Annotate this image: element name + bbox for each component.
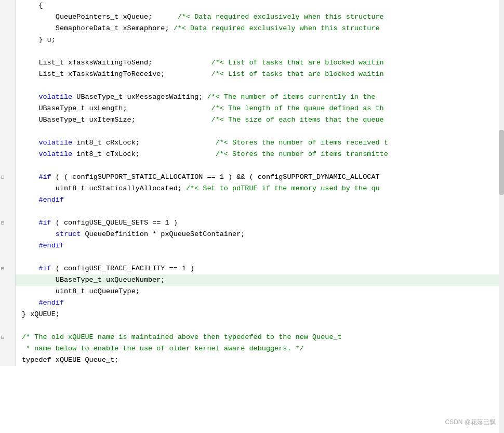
code-line: uint8_t ucStaticallyAllocated; /*< Set t… bbox=[0, 183, 504, 194]
code-line: SemaphoreData_t xSemaphore; /*< Data req… bbox=[0, 23, 504, 34]
code-token: /*< The size of each items that the queu… bbox=[211, 116, 384, 124]
line-content bbox=[16, 46, 504, 57]
line-gutter bbox=[0, 69, 16, 80]
line-gutter bbox=[0, 137, 16, 149]
code-token: /*< Set to pdTRUE if the memory used by … bbox=[186, 185, 380, 192]
code-line bbox=[0, 206, 504, 217]
code-line bbox=[0, 80, 504, 91]
code-token: /*< The length of the queue defined as t… bbox=[211, 104, 384, 112]
code-line: * name below to enable the use of older … bbox=[0, 343, 504, 355]
line-gutter bbox=[0, 0, 16, 11]
code-line: uint8_t ucQueueType; bbox=[0, 286, 504, 297]
line-content bbox=[16, 320, 504, 332]
line-content: volatile int8_t cRxLock; /*< Stores the … bbox=[16, 137, 504, 149]
line-content: SemaphoreData_t xSemaphore; /*< Data req… bbox=[16, 23, 504, 34]
line-content: UBaseType_t uxLength; /*< The length of … bbox=[16, 103, 504, 114]
line-content: * name below to enable the use of older … bbox=[16, 343, 504, 355]
scrollbar-right[interactable] bbox=[499, 0, 504, 433]
code-token: /* The old xQUEUE name is maintained abo… bbox=[22, 333, 342, 341]
line-gutter bbox=[0, 80, 16, 91]
code-line bbox=[0, 160, 504, 172]
code-token: volatile bbox=[38, 93, 72, 101]
line-content bbox=[16, 80, 504, 91]
code-token: #endif bbox=[38, 242, 64, 250]
fold-icon[interactable]: ⊟ bbox=[1, 332, 5, 343]
code-line: UBaseType_t uxLength; /*< The length of … bbox=[0, 103, 504, 114]
line-gutter bbox=[0, 240, 16, 252]
code-line: ⊟/* The old xQUEUE name is maintained ab… bbox=[0, 332, 504, 343]
line-content: #endif bbox=[16, 240, 504, 252]
code-container: { QueuePointers_t xQueue; /*< Data requi… bbox=[0, 0, 504, 433]
code-line: } xQUEUE; bbox=[0, 309, 504, 320]
code-line: UBaseType_t uxQueueNumber; bbox=[0, 274, 504, 286]
line-gutter bbox=[0, 34, 16, 46]
line-gutter bbox=[0, 355, 16, 366]
line-gutter bbox=[0, 206, 16, 217]
code-line: List_t xTasksWaitingToSend; /*< List of … bbox=[0, 57, 504, 69]
code-token: /*< List of tasks that are blocked waiti… bbox=[211, 70, 384, 78]
fold-icon[interactable]: ⊟ bbox=[1, 172, 5, 183]
code-line: struct QueueDefinition * pxQueueSetConta… bbox=[0, 229, 504, 240]
line-content: QueuePointers_t xQueue; /*< Data require… bbox=[16, 11, 504, 23]
line-gutter bbox=[0, 286, 16, 297]
line-content: UBaseType_t uxQueueNumber; bbox=[16, 274, 504, 286]
line-gutter: ⊟ bbox=[0, 172, 16, 183]
line-gutter bbox=[0, 114, 16, 126]
code-token: #endif bbox=[38, 196, 64, 204]
code-line: List_t xTasksWaitingToReceive; /*< List … bbox=[0, 69, 504, 80]
line-gutter: ⊟ bbox=[0, 217, 16, 229]
line-content: volatile int8_t cTxLock; /*< Stores the … bbox=[16, 149, 504, 160]
watermark: CSDN @花落已飘 bbox=[445, 418, 496, 427]
line-content: typedef xQUEUE Queue_t; bbox=[16, 355, 504, 366]
line-gutter bbox=[0, 183, 16, 194]
code-token: /*< List of tasks that are blocked waiti… bbox=[211, 59, 384, 67]
code-line: ⊟ #if ( configUSE_TRACE_FACILITY == 1 ) bbox=[0, 263, 504, 274]
line-content: UBaseType_t uxItemSize; /*< The size of … bbox=[16, 114, 504, 126]
line-gutter bbox=[0, 23, 16, 34]
code-line: volatile UBaseType_t uxMessagesWaiting; … bbox=[0, 91, 504, 103]
line-gutter bbox=[0, 160, 16, 172]
code-line: UBaseType_t uxItemSize; /*< The size of … bbox=[0, 114, 504, 126]
fold-icon[interactable]: ⊟ bbox=[1, 263, 5, 274]
line-content: #if ( configUSE_QUEUE_SETS == 1 ) bbox=[16, 217, 504, 229]
line-gutter bbox=[0, 274, 16, 286]
code-token: /*< Data required exclusively when this … bbox=[178, 13, 384, 21]
code-token: volatile bbox=[38, 139, 72, 147]
line-gutter bbox=[0, 229, 16, 240]
line-gutter: ⊟ bbox=[0, 263, 16, 274]
line-content bbox=[16, 206, 504, 217]
code-line: ⊟ #if ( configUSE_QUEUE_SETS == 1 ) bbox=[0, 217, 504, 229]
line-content: #endif bbox=[16, 194, 504, 206]
line-content: { bbox=[16, 0, 504, 11]
code-line: volatile int8_t cRxLock; /*< Stores the … bbox=[0, 137, 504, 149]
line-gutter bbox=[0, 194, 16, 206]
fold-icon[interactable]: ⊟ bbox=[1, 217, 5, 229]
line-content bbox=[16, 126, 504, 137]
code-line: ⊟ #if ( ( configSUPPORT_STATIC_ALLOCATIO… bbox=[0, 172, 504, 183]
line-content: #if ( configUSE_TRACE_FACILITY == 1 ) bbox=[16, 263, 504, 274]
line-gutter bbox=[0, 320, 16, 332]
line-content bbox=[16, 160, 504, 172]
line-content: List_t xTasksWaitingToSend; /*< List of … bbox=[16, 57, 504, 69]
line-content: #if ( ( configSUPPORT_STATIC_ALLOCATION … bbox=[16, 172, 504, 183]
code-line: #endif bbox=[0, 240, 504, 252]
code-token: #if bbox=[38, 265, 51, 272]
code-token: #if bbox=[38, 173, 51, 181]
line-gutter bbox=[0, 252, 16, 263]
code-line: volatile int8_t cTxLock; /*< Stores the … bbox=[0, 149, 504, 160]
line-content: } u; bbox=[16, 34, 504, 46]
scrollbar-thumb[interactable] bbox=[499, 130, 504, 195]
code-token: /*< Stores the number of items transmitt… bbox=[216, 150, 388, 158]
line-content: uint8_t ucQueueType; bbox=[16, 286, 504, 297]
code-token: volatile bbox=[38, 150, 72, 158]
line-gutter bbox=[0, 46, 16, 57]
code-token: /*< Stores the number of items received … bbox=[216, 139, 388, 147]
code-token: #if bbox=[38, 219, 51, 227]
line-content: List_t xTasksWaitingToReceive; /*< List … bbox=[16, 69, 504, 80]
line-content: uint8_t ucStaticallyAllocated; /*< Set t… bbox=[16, 183, 504, 194]
code-area: { QueuePointers_t xQueue; /*< Data requi… bbox=[0, 0, 504, 366]
line-content bbox=[16, 252, 504, 263]
line-content: /* The old xQUEUE name is maintained abo… bbox=[16, 332, 504, 343]
code-token: struct bbox=[56, 230, 81, 238]
code-line bbox=[0, 46, 504, 57]
